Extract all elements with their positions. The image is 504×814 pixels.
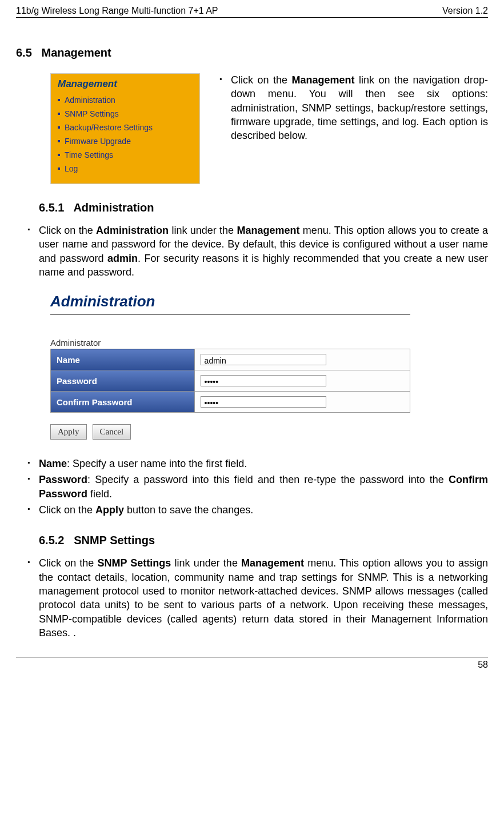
confirm-password-input[interactable]: •••••	[201, 396, 326, 408]
nav-item-administration[interactable]: Administration	[58, 93, 194, 107]
admin-form-table: Name admin Password ••••• Confirm Passwo…	[50, 349, 410, 413]
bullet-icon	[27, 473, 39, 501]
section-heading: 6.5 Management	[16, 46, 488, 59]
footer-rule	[16, 657, 488, 657]
nav-title: Management	[58, 78, 194, 90]
bullet-icon	[27, 503, 39, 517]
page-number: 58	[16, 660, 488, 670]
apply-desc: Click on the Apply button to save the ch…	[39, 503, 488, 517]
bullet-icon	[27, 457, 39, 470]
nav-item-log[interactable]: Log	[58, 162, 194, 175]
header-left: 11b/g Wireless Long Range Multi-function…	[16, 6, 218, 16]
header-rule	[16, 17, 488, 18]
bullet-icon	[58, 113, 60, 115]
name-label: Name	[51, 349, 195, 370]
cancel-button[interactable]: Cancel	[93, 424, 131, 440]
administration-panel: Administration Administrator Name admin …	[50, 289, 410, 440]
subsection-snmp-heading: 6.5.2 SNMP Settings	[39, 534, 488, 547]
apply-button[interactable]: Apply	[50, 424, 87, 440]
bullet-icon	[219, 73, 231, 142]
bullet-icon	[27, 224, 39, 279]
nav-item-firmware[interactable]: Firmware Upgrade	[58, 134, 194, 148]
bullet-icon	[27, 556, 39, 640]
subsection-admin-heading: 6.5.1 Administration	[39, 201, 488, 214]
snmp-description: Click on the SNMP Settings link under th…	[39, 556, 488, 640]
table-row: Name admin	[51, 349, 410, 370]
administrator-group-label: Administrator	[50, 338, 410, 348]
name-field-desc: Name: Specify a user name into the first…	[39, 457, 488, 470]
nav-item-backup[interactable]: Backup/Restore Settings	[58, 121, 194, 134]
nav-item-time[interactable]: Time Settings	[58, 148, 194, 162]
management-nav-box: Management Administration SNMP Settings …	[50, 73, 200, 184]
password-input[interactable]: •••••	[201, 375, 326, 386]
nav-item-snmp[interactable]: SNMP Settings	[58, 107, 194, 121]
table-row: Confirm Password •••••	[51, 392, 410, 413]
admin-description: Click on the Administration link under t…	[39, 224, 488, 279]
password-label: Password	[51, 370, 195, 392]
bullet-icon	[58, 99, 60, 101]
bullet-icon	[58, 140, 60, 142]
password-field-desc: Password: Specify a password into this f…	[39, 473, 488, 501]
confirm-password-label: Confirm Password	[51, 392, 195, 413]
header-right: Version 1.2	[442, 6, 488, 16]
admin-panel-title: Administration	[50, 289, 410, 315]
bullet-icon	[58, 126, 60, 129]
page-header: 11b/g Wireless Long Range Multi-function…	[16, 6, 488, 17]
table-row: Password •••••	[51, 370, 410, 392]
name-input[interactable]: admin	[201, 354, 326, 365]
management-intro-text: Click on the Management link on the navi…	[231, 73, 488, 142]
bullet-icon	[58, 167, 60, 170]
bullet-icon	[58, 154, 60, 156]
